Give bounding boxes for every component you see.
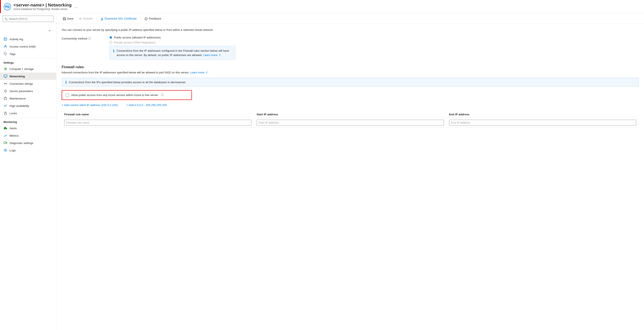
sidebar-item-connection-strings[interactable]: Connection strings [0,80,56,87]
sidebar-item-compute-storage[interactable]: Compute + storage [0,65,56,73]
svg-point-9 [5,69,6,69]
sidebar-label-alerts: Alerts [10,127,17,130]
header-more-button[interactable]: ... [74,4,78,9]
svg-rect-26 [6,128,7,129]
page-header: PG <server-name> | Networking Azure Data… [0,0,644,14]
connectivity-info-text: Connections from the IP addresses config… [116,49,232,57]
sidebar-item-tags[interactable]: Tags [0,50,56,58]
sidebar-item-activity-log[interactable]: Activity log [0,36,56,43]
sidebar-label-activity-log: Activity log [10,38,23,41]
discard-icon [79,17,82,20]
sidebar-item-access-control[interactable]: Access control (IAM) [0,43,56,50]
logs-icon [4,148,8,152]
firewall-section-desc: Inbound connections from the IP addresse… [62,71,639,74]
sidebar-label-server-parameters: Server parameters [10,90,33,93]
monitoring-section-title: Monitoring [0,118,56,125]
feedback-icon [144,17,148,20]
discard-button[interactable]: Discard [76,16,95,22]
sidebar-item-locks[interactable]: Locks [0,110,56,117]
svg-rect-23 [4,113,6,115]
settings-section-title: Settings [0,59,56,65]
col-header-rule-name: Firewall rule name [62,111,254,118]
locks-icon [4,111,8,115]
svg-point-6 [5,45,6,47]
radio-public-access[interactable]: Public access (allowed IP addresses) [110,36,639,39]
header-title-block: <server-name> | Networking Azure Databas… [14,3,72,11]
rule-name-input[interactable] [64,120,251,126]
maintenance-icon [4,97,8,100]
download-icon [100,17,104,20]
svg-point-14 [6,83,7,84]
start-ip-cell [254,118,446,128]
svg-point-39 [146,18,146,18]
firewall-info-banner: ℹ Connections from the IPs specified bel… [62,78,639,87]
toolbar-separator-2 [140,16,141,21]
feedback-button[interactable]: Feedback [142,16,163,22]
info-banner-icon: ℹ [65,80,67,84]
allow-azure-services-row: Allow public access from any Azure servi… [62,90,192,100]
search-icon: 🔍 [4,17,8,21]
firewall-rule-row [62,118,639,128]
sidebar-label-locks: Locks [10,112,17,115]
allow-azure-services-checkbox[interactable] [66,93,69,97]
radio-public-input[interactable] [110,36,112,39]
ha-icon [4,104,8,108]
save-button[interactable]: Save [61,16,76,22]
search-input[interactable] [2,16,54,22]
svg-rect-33 [64,19,65,20]
firewall-banner-text: Connections from the IPs specified below… [69,81,186,84]
content-body: You can connect to your server by specif… [56,24,644,132]
sidebar-label-compute-storage: Compute + storage [10,67,34,71]
connection-icon [4,82,8,86]
add-all-ip-link[interactable]: + Add 0.0.0.0 - 255.255.255.255 [126,103,167,107]
svg-text:PG: PG [5,5,10,9]
service-icon: PG [4,3,11,11]
sidebar-item-diagnostic-settings[interactable]: Diagnostic settings [0,139,56,147]
sidebar-item-logs[interactable]: Logs [0,147,56,154]
sidebar-label-high-availability: High availability [10,104,29,108]
sidebar-item-networking[interactable]: Networking [0,73,56,80]
activity-log-icon [4,37,8,41]
access-control-icon [4,45,8,49]
sidebar-item-maintenance[interactable]: Maintenance [0,95,56,102]
sidebar-label-metrics: Metrics [10,134,19,137]
allow-azure-services-label: Allow public access from any Azure servi… [71,93,158,97]
sidebar-nav: Activity log Access control (IAM) Tags S… [0,36,56,330]
connectivity-method-label: Connectivity method ⓘ [62,36,110,41]
svg-point-16 [4,90,6,92]
svg-rect-25 [5,127,6,129]
end-ip-input[interactable] [449,120,636,126]
sidebar-label-tags: Tags [10,52,16,56]
sidebar-item-metrics[interactable]: Metrics [0,132,56,139]
svg-rect-10 [4,75,7,77]
add-client-ip-link[interactable]: + Add current client IP address (192.0.2… [62,103,118,107]
svg-rect-21 [4,98,7,100]
info-icon-connectivity: ⓘ [88,37,91,41]
sidebar-item-alerts[interactable]: Alerts [0,125,56,132]
page-subtitle: Azure Database for PostgreSQL flexible s… [14,8,72,11]
rule-name-cell [62,118,254,128]
sidebar: 🔍 « Activity log Access control (IAM) [0,14,56,330]
firewall-learn-more-link[interactable]: Learn more ↗ [190,71,208,74]
radio-private-access[interactable]: Private access (VNet Integration) [110,41,639,44]
red-accent [0,0,1,13]
sidebar-label-access-control: Access control (IAM) [10,45,36,48]
sidebar-item-high-availability[interactable]: High availability [0,102,56,110]
networking-icon [4,74,8,78]
connectivity-info-box: ℹ Connections from the IP addresses conf… [110,46,235,60]
start-ip-input[interactable] [256,120,444,126]
collapse-sidebar-button[interactable]: « [46,26,53,35]
radio-private-input[interactable] [110,41,112,44]
svg-point-13 [4,83,5,84]
svg-rect-24 [4,127,5,129]
sidebar-item-server-parameters[interactable]: Server parameters [0,87,56,95]
learn-more-connectivity-link[interactable]: Learn more ↗ [203,54,221,57]
sidebar-label-diagnostic-settings: Diagnostic settings [10,141,33,145]
col-header-start-ip: Start IP address [254,111,446,118]
download-ssl-button[interactable]: Download SSL Certificate [98,16,139,22]
firewall-rules-table: Firewall rule name Start IP address End … [62,111,639,128]
info-icon-checkbox: ⓘ [161,93,164,97]
sidebar-label-logs: Logs [10,149,16,152]
add-ip-links: + Add current client IP address (192.0.2… [62,103,639,107]
toolbar: Save Discard Download SSL Certificate Fe… [56,14,644,24]
